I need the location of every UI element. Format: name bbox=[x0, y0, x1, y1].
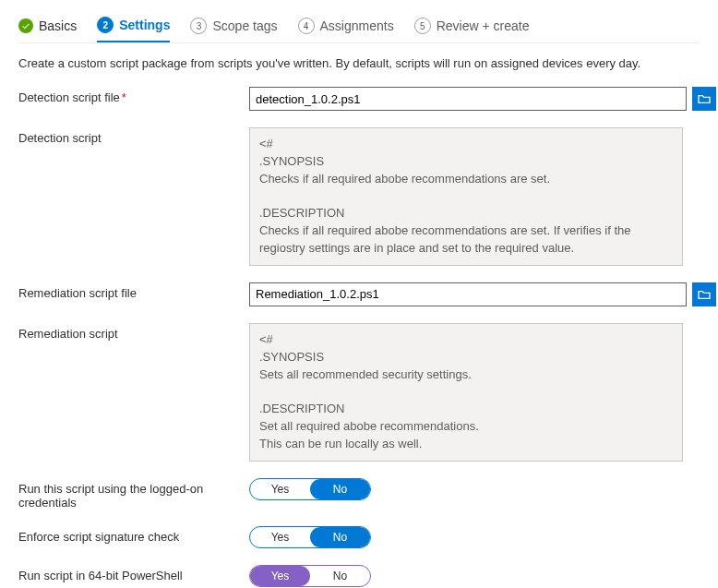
detection-script-preview: <# .SYNOPSIS Checks if all required abob… bbox=[249, 127, 683, 266]
toggle-yes[interactable]: Yes bbox=[250, 566, 310, 586]
enforce-signature-label: Enforce script signature check bbox=[18, 526, 249, 544]
run-64bit-label: Run script in 64-bit PowerShell bbox=[18, 565, 249, 582]
detection-file-browse-button[interactable] bbox=[692, 87, 716, 111]
check-icon bbox=[18, 18, 33, 33]
step-review-create[interactable]: 5 Review + create bbox=[414, 18, 530, 42]
detection-script-label: Detection script bbox=[18, 127, 249, 145]
step-label: Settings bbox=[119, 18, 170, 32]
step-label: Scope tags bbox=[212, 18, 277, 33]
step-number: 2 bbox=[97, 17, 114, 33]
run-logged-on-toggle[interactable]: Yes No bbox=[249, 478, 371, 500]
toggle-no[interactable]: No bbox=[310, 479, 370, 499]
remediation-file-browse-button[interactable] bbox=[692, 282, 716, 306]
detection-file-label: Detection script file* bbox=[18, 87, 249, 104]
wizard-stepper: Basics 2 Settings 3 Scope tags 4 Assignm… bbox=[18, 17, 700, 43]
run-logged-on-label: Run this script using the logged-on cred… bbox=[18, 478, 249, 510]
step-scope-tags[interactable]: 3 Scope tags bbox=[190, 18, 277, 42]
step-label: Review + create bbox=[437, 18, 530, 33]
toggle-no[interactable]: No bbox=[310, 527, 370, 547]
intro-text: Create a custom script package from scri… bbox=[18, 56, 700, 70]
folder-icon bbox=[698, 289, 711, 300]
run-64bit-toggle[interactable]: Yes No bbox=[249, 565, 371, 587]
step-number: 5 bbox=[414, 18, 431, 34]
step-number: 4 bbox=[298, 18, 315, 34]
remediation-file-input[interactable] bbox=[249, 282, 687, 306]
toggle-yes[interactable]: Yes bbox=[250, 527, 310, 547]
step-number: 3 bbox=[190, 18, 207, 34]
step-label: Assignments bbox=[320, 18, 394, 33]
remediation-script-preview: <# .SYNOPSIS Sets all recommended securi… bbox=[249, 323, 683, 462]
folder-icon bbox=[698, 93, 711, 104]
step-settings[interactable]: 2 Settings bbox=[97, 17, 170, 42]
step-basics[interactable]: Basics bbox=[18, 18, 77, 41]
toggle-yes[interactable]: Yes bbox=[250, 479, 310, 499]
remediation-file-label: Remediation script file bbox=[18, 282, 249, 300]
toggle-no[interactable]: No bbox=[310, 566, 370, 586]
step-label: Basics bbox=[39, 18, 77, 33]
detection-file-input[interactable] bbox=[249, 87, 687, 111]
step-assignments[interactable]: 4 Assignments bbox=[298, 18, 394, 42]
remediation-script-label: Remediation script bbox=[18, 323, 249, 341]
enforce-signature-toggle[interactable]: Yes No bbox=[249, 526, 371, 548]
